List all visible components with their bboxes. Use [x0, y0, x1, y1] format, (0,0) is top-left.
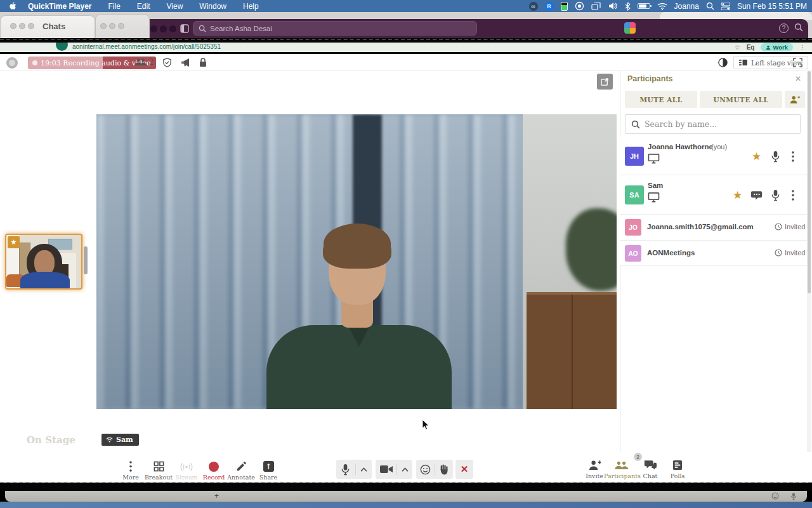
- mic-icon[interactable]: [771, 150, 780, 163]
- mic-options-chevron[interactable]: [360, 467, 367, 472]
- chats-minimize-button[interactable]: [19, 23, 25, 29]
- site-favicon: [56, 43, 68, 51]
- popout-stage-button[interactable]: [597, 74, 613, 90]
- signal-icon: [106, 437, 113, 443]
- moderator-star-icon[interactable]: ★: [752, 151, 761, 162]
- chats-zoom-button[interactable]: [28, 23, 34, 29]
- slack-close-button[interactable]: [150, 25, 157, 32]
- window2-close-button[interactable]: [100, 23, 107, 29]
- chats-close-button[interactable]: [10, 23, 16, 29]
- add-participant-button[interactable]: [785, 91, 805, 108]
- breakout-grid-icon: [154, 461, 164, 472]
- window2-minimize-button[interactable]: [109, 23, 115, 29]
- mic-icon[interactable]: [771, 189, 780, 201]
- slack-search-bar[interactable]: [193, 21, 477, 36]
- raise-hand-button[interactable]: [439, 464, 449, 475]
- message-input-bar-sliver: +: [5, 491, 807, 502]
- mute-all-button[interactable]: MUTE ALL: [625, 91, 697, 108]
- extension-icon[interactable]: Eq: [747, 44, 755, 51]
- menu-file[interactable]: File: [108, 2, 121, 11]
- window2-zoom-button[interactable]: [118, 23, 124, 29]
- person-add-icon: [790, 95, 800, 104]
- apple-menu-icon[interactable]: [9, 2, 16, 11]
- participant-you-tag: (you): [711, 143, 727, 150]
- dictation-mic-icon[interactable]: [790, 492, 797, 500]
- invited-status: Invited: [775, 249, 805, 257]
- slack-search-input[interactable]: [210, 25, 438, 32]
- self-star-badge: ★: [8, 236, 20, 248]
- creative-cloud-icon[interactable]: ∞: [529, 0, 538, 12]
- active-speaker-label: Sam: [102, 434, 139, 446]
- browser-profile-chip[interactable]: Work: [761, 43, 793, 51]
- mic-control-group: [336, 460, 372, 479]
- mic-toggle-button[interactable]: [341, 464, 350, 476]
- row-overflow-icon[interactable]: [792, 190, 794, 201]
- attach-plus-icon[interactable]: +: [214, 491, 219, 500]
- spotlight-search-icon[interactable]: [706, 0, 714, 12]
- participant-search-field[interactable]: [625, 114, 801, 134]
- slack-help-icon[interactable]: ?: [779, 23, 789, 33]
- url-text[interactable]: aoninternal.meet.aonmeetings.com/join/ca…: [72, 43, 221, 50]
- leave-call-button[interactable]: ✕: [455, 460, 473, 479]
- menu-help[interactable]: Help: [243, 2, 259, 11]
- control-center-icon[interactable]: [721, 0, 730, 12]
- avatar-jo: JO: [625, 219, 641, 236]
- slack-profile-avatar[interactable]: [624, 22, 636, 34]
- menu-edit[interactable]: Edit: [137, 2, 150, 11]
- macos-menubar: QuickTime Player File Edit View Window H…: [0, 0, 812, 12]
- slack-zoom-button[interactable]: [169, 25, 176, 32]
- megaphone-icon[interactable]: [180, 58, 190, 67]
- browser-url-bar-sliver: aoninternal.meet.aonmeetings.com/join/ca…: [0, 43, 812, 52]
- panel-close-icon[interactable]: ✕: [795, 74, 801, 83]
- invite-person-add-icon: [589, 460, 601, 471]
- share-button[interactable]: ↑ Share: [251, 459, 286, 481]
- menu-window[interactable]: Window: [199, 2, 226, 11]
- menu-view[interactable]: View: [167, 2, 183, 11]
- browser-overflow-icon[interactable]: ⋮: [799, 44, 806, 51]
- bookmark-star-icon[interactable]: ☆: [735, 44, 740, 51]
- video-top-dashed-edge: [0, 39, 812, 40]
- meeting-logo: [6, 57, 18, 69]
- slack-sidebar-toggle-icon[interactable]: [180, 24, 189, 33]
- polls-button[interactable]: Polls: [660, 458, 695, 479]
- volume-icon[interactable]: [608, 0, 618, 12]
- search-icon: [199, 25, 206, 32]
- on-stage-watermark: On Stage: [27, 434, 75, 446]
- polls-icon: [672, 460, 683, 471]
- participants-panel-title: Participants: [627, 74, 673, 83]
- wifi-icon[interactable]: [657, 0, 667, 12]
- slack-search-glass-icon[interactable]: [794, 23, 803, 32]
- menubar-app-name[interactable]: QuickTime Player: [28, 2, 92, 11]
- device-status-icon[interactable]: [561, 0, 568, 12]
- camera-options-chevron[interactable]: [402, 467, 409, 472]
- letterbox-bottom: [0, 483, 812, 491]
- participant-search-input[interactable]: [645, 119, 784, 129]
- slack-minimize-button[interactable]: [160, 25, 167, 32]
- shield-check-icon[interactable]: [162, 58, 172, 67]
- invited-status: Invited: [775, 223, 805, 231]
- displays-icon[interactable]: [591, 0, 601, 12]
- row-overflow-icon[interactable]: [792, 151, 794, 162]
- filmstrip-scrollbar-thumb[interactable]: [84, 246, 88, 274]
- unmute-all-button[interactable]: UNMUTE ALL: [700, 91, 782, 108]
- panel-scrollbar-thumb[interactable]: [808, 71, 811, 293]
- emoji-icon[interactable]: [771, 492, 779, 500]
- emoji-reaction-button[interactable]: [420, 464, 431, 475]
- screen-record-icon[interactable]: [575, 0, 584, 12]
- bluetooth-icon[interactable]: [625, 0, 631, 12]
- menubar-clock[interactable]: Sun Feb 15 5:51 PM: [737, 2, 807, 11]
- reactions-group: [416, 460, 453, 479]
- r-app-icon[interactable]: R: [545, 0, 554, 12]
- avatar-ao: AO: [625, 245, 641, 262]
- chats-window-title: Chats: [43, 22, 65, 31]
- fullscreen-icon[interactable]: [793, 58, 802, 67]
- pencil-icon: [236, 461, 247, 472]
- lock-icon[interactable]: [199, 57, 207, 67]
- moderator-star-icon[interactable]: ★: [733, 190, 742, 201]
- chat-bubble-icon[interactable]: [750, 190, 763, 201]
- contrast-toggle-icon[interactable]: [718, 58, 728, 67]
- camera-toggle-button[interactable]: [380, 465, 393, 474]
- participants-count-icon[interactable]: [135, 58, 147, 67]
- menubar-username[interactable]: Joanna: [674, 2, 699, 11]
- speaker-hair: [324, 224, 391, 264]
